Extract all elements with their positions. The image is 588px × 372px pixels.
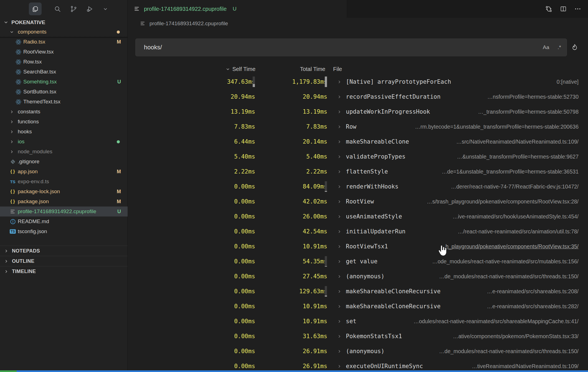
tree-file-package-lock-json[interactable]: { }package-lock.jsonM xyxy=(0,187,128,197)
file-location-link[interactable]: …odules/react-native-reanimated/src/shar… xyxy=(414,314,579,329)
tree-folder-functions[interactable]: functions xyxy=(0,117,128,127)
file-location-link[interactable]: …nsformProfile=hermes-stable:52730 xyxy=(487,89,579,104)
column-total-time[interactable]: Total Time xyxy=(300,64,325,74)
profile-row-flattenstyle[interactable]: 2.22ms2.22msflattenStyle…de=1&unstable_t… xyxy=(128,164,588,179)
split-editor-icon[interactable] xyxy=(560,5,567,12)
tree-file-rootview-tsx[interactable]: RootView.tsx xyxy=(0,47,128,57)
tree-file-package-json[interactable]: { }package.jsonM xyxy=(0,197,128,207)
tree-file-app-json[interactable]: { }app.jsonM xyxy=(0,167,128,177)
profile-row-makeshareableclonerecursive[interactable]: 0.00ms10.91msmakeShareableCloneRecursive… xyxy=(128,299,588,314)
file-location-link[interactable]: …e-reanimated/src/shareables.ts:208/ xyxy=(487,284,579,299)
profile-row-anonymous[interactable]: 0.00ms26.91ms(anonymous)…de_modules/reac… xyxy=(128,344,588,359)
profile-row-get-value[interactable]: 0.00ms54.35msget value…ode_modules/react… xyxy=(128,254,588,269)
tree-file-searchbar-tsx[interactable]: SearchBar.tsx xyxy=(0,67,128,77)
expand-chevron-icon[interactable] xyxy=(337,329,342,344)
file-location-link[interactable]: …de_modules/react-native-reanimated/src/… xyxy=(439,269,579,284)
expand-chevron-icon[interactable] xyxy=(337,344,342,359)
expand-chevron-icon[interactable] xyxy=(337,149,342,164)
expand-chevron-icon[interactable] xyxy=(337,239,342,254)
expand-chevron-icon[interactable] xyxy=(337,89,342,104)
expand-chevron-icon[interactable] xyxy=(337,179,342,194)
profile-row-makeshareableclone[interactable]: 6.44ms20.14msmakeShareableClone…src/Nati… xyxy=(128,134,588,149)
expand-chevron-icon[interactable] xyxy=(337,194,342,209)
file-location-link[interactable]: …ive-reanimated/src/hook/useAnimatedStyl… xyxy=(453,209,579,224)
status-remote-segment[interactable] xyxy=(0,370,17,372)
profile-row-recordpassiveeffectduration[interactable]: 20.94ms20.94msrecordPassiveEffectDuratio… xyxy=(128,89,588,104)
flame-graph-icon[interactable] xyxy=(569,42,580,53)
profile-row-rootview[interactable]: 0.00ms42.02msRootView…s/trash_playground… xyxy=(128,194,588,209)
filter-input[interactable]: hooks/ Aa .* xyxy=(135,39,567,56)
expand-chevron-icon[interactable] xyxy=(337,359,342,371)
regex-button[interactable]: .* xyxy=(556,44,562,51)
tree-file-somehting-tsx[interactable]: Somehting.tsxU xyxy=(0,77,128,87)
file-location-link[interactable]: …de=1&unstable_transformProfile=hermes-s… xyxy=(442,164,579,179)
profile-row-anonymous[interactable]: 0.00ms27.45ms(anonymous)…de_modules/reac… xyxy=(128,269,588,284)
more-actions-icon[interactable] xyxy=(574,5,581,12)
tree-folder-constants[interactable]: constants xyxy=(0,107,128,117)
profile-row-native-arrayprototypeforeach[interactable]: 347.63ms1,179.83ms[Native] arrayPrototyp… xyxy=(128,74,588,89)
status-main-segment[interactable] xyxy=(17,370,588,372)
tree-file-radio-tsx[interactable]: Radio.tsxM xyxy=(0,37,128,47)
tree-folder-components[interactable]: components xyxy=(0,27,128,37)
profile-row-validateproptypes[interactable]: 5.40ms5.40msvalidatePropTypes…&unstable_… xyxy=(128,149,588,164)
expand-chevron-icon[interactable] xyxy=(337,314,342,329)
source-control-icon[interactable] xyxy=(67,2,80,15)
search-icon[interactable] xyxy=(51,2,64,15)
file-location-link[interactable]: …derer/react-native-74-77/ReactFabric-de… xyxy=(451,179,579,194)
tree-file-profile-1741689314922-cpuprofile[interactable]: profile-1741689314922.cpuprofileU xyxy=(0,207,128,216)
tree-file-readme-md[interactable]: README.md xyxy=(0,216,128,226)
file-location-link[interactable]: …tiveReanimated/NativeReanimated.ts:109/ xyxy=(472,359,579,371)
file-location-link[interactable]: …h_playground/pokenative/components/Root… xyxy=(440,239,579,254)
tree-file-themedtext-tsx[interactable]: ThemedText.tsx xyxy=(0,97,128,107)
file-location-link[interactable]: 0:[native] xyxy=(557,74,579,89)
file-location-link[interactable]: …ative/components/pokemon/PokemonStats.t… xyxy=(453,329,579,344)
tree-file-tsconfig-json[interactable]: TStsconfig.json xyxy=(0,226,128,236)
expand-chevron-icon[interactable] xyxy=(337,74,342,89)
file-location-link[interactable]: …s/trash_playground/pokenative/component… xyxy=(427,194,579,209)
profile-row-pokemonstatstsx1[interactable]: 0.00ms31.63msPokemonStatsTsx1…ative/comp… xyxy=(128,329,588,344)
file-location-link[interactable]: …de_modules/react-native-reanimated/src/… xyxy=(439,344,579,359)
file-location-link[interactable]: …e-reanimated/src/shareables.ts:282/ xyxy=(487,299,579,314)
expand-chevron-icon[interactable] xyxy=(337,284,342,299)
tree-file-gitignore[interactable]: .gitignore xyxy=(0,157,128,167)
profile-row-useanimatedstyle[interactable]: 0.00ms26.00msuseAnimatedStyle…ive-reanim… xyxy=(128,209,588,224)
tree-file-sortbutton-tsx[interactable]: SortButton.tsx xyxy=(0,87,128,97)
expand-chevron-icon[interactable] xyxy=(337,224,342,239)
profile-row-makeshareableclonerecursive[interactable]: 0.00ms129.63msmakeShareableCloneRecursiv… xyxy=(128,284,588,299)
file-location-link[interactable]: …&unstable_transformProfile=hermes-stabl… xyxy=(457,149,579,164)
expand-chevron-icon[interactable] xyxy=(337,299,342,314)
panel-outline[interactable]: OUTLINE xyxy=(0,256,128,266)
expand-chevron-icon[interactable] xyxy=(337,119,342,134)
panel-timeline[interactable]: TIMELINE xyxy=(0,266,128,276)
file-location-link[interactable]: …rm.bytecode=1&unstable_transformProfile… xyxy=(415,119,579,134)
expand-chevron-icon[interactable] xyxy=(337,269,342,284)
open-changes-icon[interactable] xyxy=(545,5,552,13)
profile-row-executeonuiruntimesync[interactable]: 0.00ms26.91msexecuteOnUIRuntimeSync…tive… xyxy=(128,359,588,371)
profile-row-row[interactable]: 7.83ms7.83msRow…rm.bytecode=1&unstable_t… xyxy=(128,119,588,134)
panel-notepads[interactable]: NOTEPADS xyxy=(0,246,128,256)
tree-folder-node-modules[interactable]: node_modules xyxy=(0,147,128,157)
profile-row-rootviewtsx1[interactable]: 0.00ms10.91msRootViewTsx1…h_playground/p… xyxy=(128,239,588,254)
expand-chevron-icon[interactable] xyxy=(337,164,342,179)
column-file[interactable]: File xyxy=(333,64,342,74)
chevron-down-icon[interactable] xyxy=(99,2,112,15)
match-case-button[interactable]: Aa xyxy=(542,44,550,51)
expand-chevron-icon[interactable] xyxy=(337,254,342,269)
file-location-link[interactable]: …ode_modules/react-native-reanimated/src… xyxy=(432,254,579,269)
profile-row-set[interactable]: 0.00ms10.91msset…odules/react-native-rea… xyxy=(128,314,588,329)
tree-file-expo-env-d-ts[interactable]: TSexpo-env.d.ts xyxy=(0,177,128,187)
expand-chevron-icon[interactable] xyxy=(337,134,342,149)
file-location-link[interactable]: …/react-native-reanimated/src/animation/… xyxy=(458,224,579,239)
column-self-time[interactable]: Self Time xyxy=(225,64,255,74)
tree-folder-ios[interactable]: ios xyxy=(0,137,128,147)
tab-cpuprofile[interactable]: profile-1741689314922.cpuprofile U xyxy=(128,0,347,18)
project-section-header[interactable]: POKENATIVE xyxy=(0,18,128,27)
debug-icon[interactable] xyxy=(83,2,96,15)
profile-row-renderwithhooks[interactable]: 0.00ms84.09msrenderWithHooks…derer/react… xyxy=(128,179,588,194)
profile-row-updateworkinprogresshook[interactable]: 13.19ms13.19msupdateWorkInProgressHook…_… xyxy=(128,104,588,119)
tree-file-row-tsx[interactable]: Row.tsx xyxy=(0,57,128,67)
file-location-link[interactable]: …_transformProfile=hermes-stable:50798 xyxy=(478,104,579,119)
file-location-link[interactable]: …src/NativeReanimated/NativeReanimated.t… xyxy=(456,134,579,149)
explorer-icon[interactable] xyxy=(29,2,42,15)
expand-chevron-icon[interactable] xyxy=(337,209,342,224)
